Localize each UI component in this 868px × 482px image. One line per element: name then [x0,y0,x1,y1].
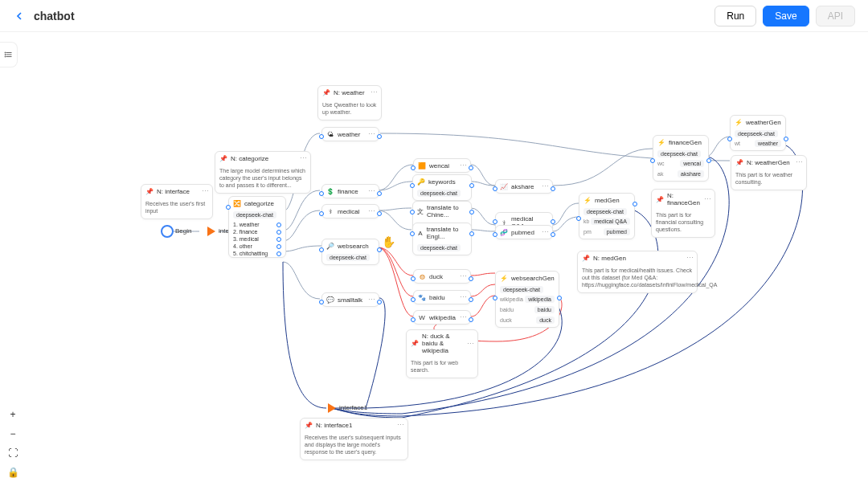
api-button[interactable]: API [816,6,855,27]
run-button[interactable]: Run [714,6,756,27]
header: chatbot Run Save API [0,0,868,32]
lock-button[interactable]: 🔒 [5,464,21,480]
note-med-gen[interactable]: 📌N: medGen⋯ This part is for medical/hea… [577,251,698,293]
note-interface[interactable]: 📌N: interface⋯ Receives the user's first… [141,184,213,219]
note-categorize[interactable]: 📌N: categorize⋯ The large model determin… [215,151,311,194]
node-pubmed[interactable]: 🧬pubmed⋯ [495,225,553,239]
begin-label: Begin [175,227,191,235]
node-duck[interactable]: ◍duck⋯ [413,269,471,284]
note-finance-gen[interactable]: 📌N: financeGen⋯ This part is for financi… [651,189,715,238]
node-keywords[interactable]: 🔑keywords deepseek-chat [412,174,472,201]
interface1-label: interface1 [339,404,367,411]
note-weather-gen[interactable]: 📌N: weatherGen⋯ This part is for weather… [731,155,807,190]
node-medical[interactable]: ⚕medical⋯ [321,204,379,219]
svg-point-3 [5,52,6,53]
zoom-in-button[interactable]: + [5,406,21,423]
node-finance[interactable]: 💲finance⋯ [321,184,379,198]
node-translate-english[interactable]: Atranslate to Engl... deepseek-chat [412,223,472,255]
grab-cursor-icon: ✋ [382,235,395,248]
node-websearch-gen[interactable]: ⚡websearchGen deepseek-chat wikipediawik… [495,271,559,328]
note-interface1[interactable]: 📌N: interface1⋯ Receives the user's subs… [300,418,408,460]
node-wencai[interactable]: 🟧wencai⋯ [413,158,471,173]
node-interface-tri[interactable] [207,227,215,236]
svg-point-5 [5,56,6,57]
node-categorize[interactable]: 🔀categorize deepseek-chat 1. weather 2. … [228,196,286,258]
node-wikipedia[interactable]: Wwikipedia⋯ [413,310,471,325]
node-akshare[interactable]: 📈akshare⋯ [495,179,553,194]
zoom-controls: + − ⛶ 🔒 [5,406,21,480]
edges-layer [0,32,868,482]
node-smalltalk[interactable]: 💬smalltalk⋯ [321,292,379,307]
node-weather-gen[interactable]: ⚡weatherGen deepseek-chat wtweather [730,115,786,151]
node-med-gen[interactable]: ⚡medGen deepseek-chat kbmedical Q&A pmpu… [579,193,635,239]
page-title: chatbot [34,10,75,22]
node-finance-gen[interactable]: ⚡financeGen deepseek-chat wcwencai akaks… [653,135,709,182]
node-interface1-tri[interactable] [328,403,336,413]
flow-canvas[interactable]: Begin interface 📌N: interface⋯ Receives … [0,32,868,482]
svg-point-4 [5,55,6,55]
save-button[interactable]: Save [763,6,809,27]
note-websearch[interactable]: 📌N: duck & baidu & wikipedia⋯ This part … [406,329,478,378]
node-websearch[interactable]: 🔎websearch deepseek-chat [321,239,379,265]
sidebar-toggle[interactable] [0,42,18,67]
node-weather[interactable]: 🌤weather⋯ [321,127,379,141]
node-begin[interactable] [161,225,174,238]
fit-view-button[interactable]: ⛶ [5,445,21,461]
back-arrow-icon[interactable] [13,10,26,22]
note-weather[interactable]: 📌N: weather⋯ Use Qweather to look up wea… [317,85,382,120]
zoom-out-button[interactable]: − [5,426,21,442]
node-baidu[interactable]: 🐾baidu⋯ [413,290,471,304]
